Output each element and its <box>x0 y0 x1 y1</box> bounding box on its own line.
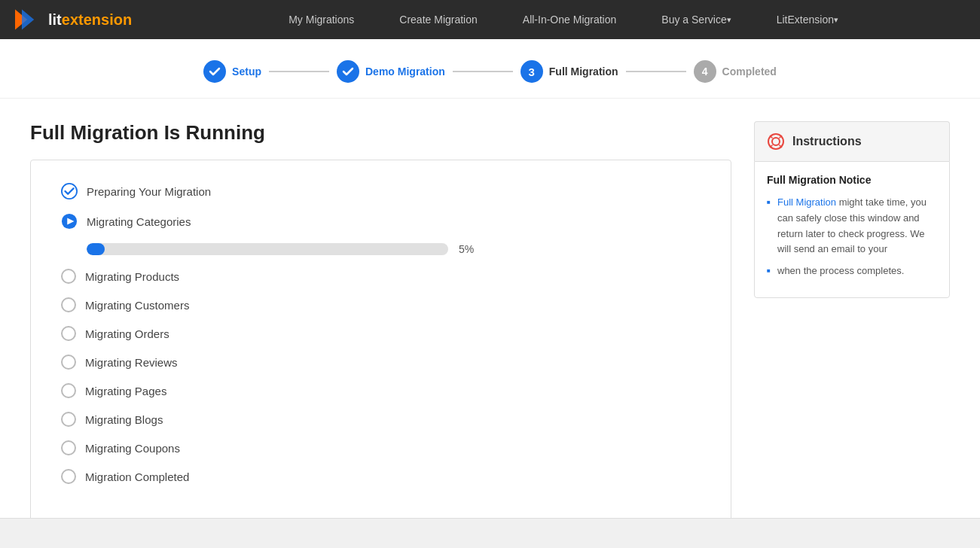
orders-radio-icon <box>61 326 76 341</box>
progress-row: 5% <box>87 243 701 255</box>
instruction-text-2: when the process completes. <box>777 265 904 276</box>
nav-all-in-one[interactable]: All-In-One Migration <box>500 0 640 39</box>
step-setup: Setup <box>203 60 261 83</box>
step-setup-circle <box>203 60 226 83</box>
nav-my-migrations[interactable]: My Migrations <box>266 0 377 39</box>
customers-label: Migrating Customers <box>85 299 189 312</box>
svg-point-6 <box>772 138 780 145</box>
nav-litextension[interactable]: LitExtension <box>754 0 861 39</box>
migration-item-reviews: Migrating Reviews <box>61 355 701 370</box>
main-content: Full Migration Is Running Preparing Your… <box>0 99 980 543</box>
blogs-radio-icon <box>61 412 76 427</box>
migration-box: Preparing Your Migration Migrating Categ… <box>30 160 731 521</box>
prepare-check-icon <box>61 183 78 199</box>
products-radio-icon <box>61 269 76 284</box>
instruction-item-1: Full Migration might take time, you can … <box>767 195 937 257</box>
instructions-body: Full Migration Notice Full Migration mig… <box>754 161 950 298</box>
svg-point-2 <box>62 184 77 199</box>
bottom-bar <box>0 518 980 543</box>
migration-item-orders: Migrating Orders <box>61 326 701 341</box>
instructions-title: Instructions <box>792 135 862 148</box>
coupons-label: Migrating Coupons <box>85 442 180 455</box>
reviews-label: Migrating Reviews <box>85 356 178 369</box>
categories-label: Migrating Categories <box>87 215 191 228</box>
nav-buy-service[interactable]: Buy a Service <box>639 0 753 39</box>
instructions-panel: Instructions Full Migration Notice Full … <box>754 121 950 521</box>
lifebuoy-icon <box>767 132 785 151</box>
categories-play-icon <box>61 213 78 230</box>
progress-bar-fill <box>87 243 105 255</box>
migration-item-products: Migrating Products <box>61 269 701 284</box>
logo-text: litextension <box>48 11 132 29</box>
nav-links: My Migrations Create Migration All-In-On… <box>162 0 965 39</box>
connector-2 <box>453 71 513 72</box>
checkmark-icon <box>209 65 221 78</box>
migration-item-prepare: Preparing Your Migration <box>61 183 701 199</box>
full-migration-link[interactable]: Full Migration <box>777 196 836 208</box>
instruction-text-1: Full Migration might take time, you can … <box>777 196 927 254</box>
progress-percent: 5% <box>459 243 485 255</box>
migration-item-pages: Migrating Pages <box>61 383 701 398</box>
instructions-subtitle: Full Migration Notice <box>767 174 937 186</box>
migration-item-coupons: Migrating Coupons <box>61 440 701 455</box>
step-full: 3 Full Migration <box>521 60 618 83</box>
orders-label: Migrating Orders <box>85 327 169 340</box>
connector-3 <box>626 71 686 72</box>
complete-radio-icon <box>61 469 76 484</box>
pages-radio-icon <box>61 383 76 398</box>
customers-radio-icon <box>61 297 76 312</box>
migration-item-customers: Migrating Customers <box>61 297 701 312</box>
complete-label: Migration Completed <box>85 470 189 483</box>
page-title: Full Migration Is Running <box>30 121 731 145</box>
step-completed-circle: 4 <box>694 60 716 83</box>
pages-label: Migrating Pages <box>85 385 166 397</box>
navbar: litextension My Migrations Create Migrat… <box>0 0 980 39</box>
products-label: Migrating Products <box>85 270 179 283</box>
instructions-list: Full Migration might take time, you can … <box>767 195 937 279</box>
step-completed: 4 Completed <box>694 60 777 83</box>
connector-1 <box>269 71 329 72</box>
brand-logo[interactable]: litextension <box>15 6 132 33</box>
step-setup-label: Setup <box>232 65 261 78</box>
progress-bar-bg <box>87 243 448 255</box>
step-completed-label: Completed <box>722 65 777 78</box>
migration-item-blogs: Migrating Blogs <box>61 412 701 427</box>
step-full-circle: 3 <box>521 60 543 83</box>
nav-create-migration[interactable]: Create Migration <box>377 0 500 39</box>
prepare-label: Preparing Your Migration <box>87 185 211 198</box>
instruction-item-2: when the process completes. <box>767 263 937 279</box>
step-demo-label: Demo Migration <box>365 65 445 78</box>
step-full-label: Full Migration <box>549 65 618 78</box>
migration-panel: Full Migration Is Running Preparing Your… <box>30 121 731 521</box>
migration-item-complete: Migration Completed <box>61 469 701 484</box>
instructions-header: Instructions <box>754 121 950 161</box>
reviews-radio-icon <box>61 355 76 370</box>
checkmark-icon-2 <box>342 65 354 78</box>
stepper: Setup Demo Migration 3 Full Migration 4 … <box>0 39 980 99</box>
svg-marker-1 <box>22 10 34 30</box>
blogs-label: Migrating Blogs <box>85 413 163 426</box>
logo-icon <box>15 6 42 33</box>
step-demo-circle <box>337 60 359 83</box>
coupons-radio-icon <box>61 440 76 455</box>
step-demo: Demo Migration <box>337 60 445 83</box>
migration-item-categories: Migrating Categories <box>61 213 701 230</box>
